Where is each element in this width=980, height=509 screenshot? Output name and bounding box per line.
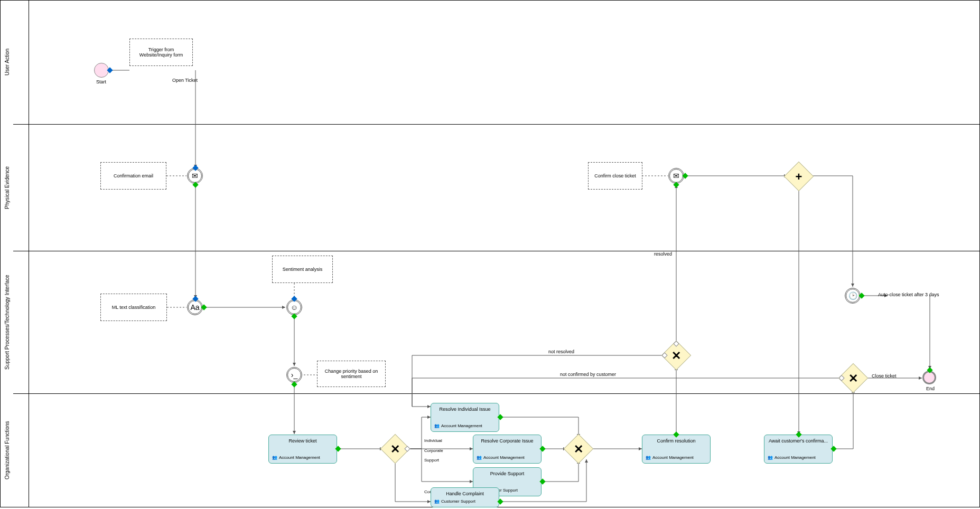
task-review[interactable]: Review ticket 👥Account Management: [268, 435, 337, 464]
task-await-confirm[interactable]: Await customer's confirma... 👥Account Ma…: [764, 435, 833, 464]
task-role: 👥Customer Support: [434, 499, 496, 504]
script-icon: ›_: [291, 371, 297, 379]
lane-physical-evidence: Physical Evidence: [0, 124, 13, 251]
face-icon: ☺: [291, 303, 298, 312]
task-handle-complaint[interactable]: Handle Complaint 👥Customer Support: [431, 487, 499, 507]
people-icon: 👥: [477, 455, 482, 460]
spacer: [13, 0, 29, 507]
task-title: Await customer's confirma...: [768, 438, 829, 444]
lane-border: [13, 251, 980, 251]
task-resolve-individual[interactable]: Resolve Individual Issue 👥Account Manage…: [431, 403, 499, 432]
x-icon: ✕: [843, 368, 864, 389]
x-icon: ✕: [666, 345, 687, 366]
annotation-ml[interactable]: ML text classification: [100, 294, 167, 321]
task-title: Review ticket: [272, 438, 333, 444]
task-role: 👥Account Management: [646, 455, 707, 460]
people-icon: 👥: [646, 455, 651, 460]
text-icon: Aa: [190, 303, 199, 312]
clock-icon: 🕑: [848, 291, 857, 300]
envelope-icon: ✉: [192, 172, 198, 180]
annotation-confirm-close[interactable]: Confirm close ticket: [588, 162, 642, 190]
annotation-confirmation[interactable]: Confirmation email: [100, 162, 166, 190]
task-role: 👥Account Management: [434, 423, 496, 428]
people-icon: 👥: [434, 499, 440, 504]
task-title: Handle Complaint: [434, 491, 496, 496]
annotation-change-priority[interactable]: Change priority based on sentiment: [317, 361, 386, 387]
task-confirm-resolution[interactable]: Confirm resolution 👥Account Management: [642, 435, 711, 464]
task-role: 👥Account Management: [477, 455, 538, 460]
lane-border: [13, 124, 980, 125]
people-icon: 👥: [434, 423, 440, 428]
x-icon: ✕: [385, 439, 406, 460]
task-title: Resolve Individual Issue: [434, 407, 496, 412]
event-script[interactable]: ›_: [286, 367, 302, 383]
annotation-sentiment[interactable]: Sentiment analysis: [272, 256, 333, 283]
task-resolve-corporate[interactable]: Resolve Corporate Issue 👥Account Managem…: [473, 435, 542, 464]
envelope-icon: ✉: [673, 172, 679, 180]
task-title: Provide Support: [477, 471, 538, 476]
task-title: Confirm resolution: [646, 438, 707, 444]
lane-user-action: User Action: [0, 0, 13, 124]
task-role: 👥Account Management: [272, 455, 333, 460]
lane-org-functions: Organizational Functions: [0, 393, 13, 507]
task-role: 👥Account Management: [768, 455, 829, 460]
lane-support-tech: Support Processes/Technology Interface: [0, 251, 13, 393]
plus-icon: +: [788, 166, 809, 187]
task-title: Resolve Corporate Issue: [477, 438, 538, 444]
annotation-trigger[interactable]: Trigger from Website/Inquiry form: [129, 39, 193, 66]
x-icon: ✕: [568, 439, 589, 460]
lane-border: [13, 393, 980, 394]
people-icon: 👥: [272, 455, 277, 460]
people-icon: 👥: [768, 455, 773, 460]
